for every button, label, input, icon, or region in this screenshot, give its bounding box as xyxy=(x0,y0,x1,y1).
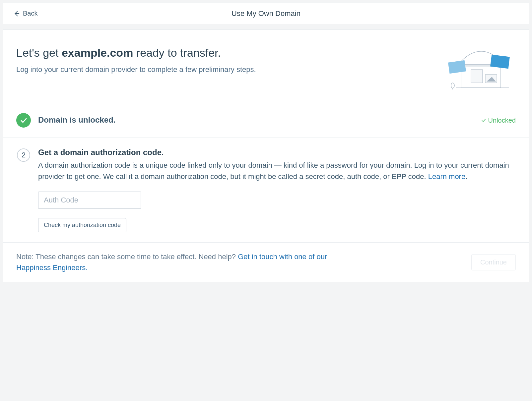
intro-text: Let's get example.com ready to transfer.… xyxy=(16,46,256,74)
step2-desc-after: . xyxy=(465,172,467,181)
unlocked-badge: Unlocked xyxy=(481,117,516,124)
checkmark-circle-icon xyxy=(16,113,31,128)
checkmark-icon xyxy=(481,118,486,123)
page-title: Use My Own Domain xyxy=(3,9,529,18)
svg-rect-9 xyxy=(448,60,466,74)
intro-heading-pre: Let's get xyxy=(16,46,62,59)
footer: Note: These changes can take some time t… xyxy=(3,242,529,282)
continue-button[interactable]: Continue xyxy=(471,254,516,270)
intro-section: Let's get example.com ready to transfer.… xyxy=(3,30,529,103)
intro-heading-post: ready to transfer. xyxy=(133,46,221,59)
step2-description: A domain authorization code is a unique … xyxy=(38,160,516,182)
step-unlock-domain: Domain is unlocked. Unlocked xyxy=(3,103,529,138)
unlocked-badge-label: Unlocked xyxy=(488,117,516,124)
back-button[interactable]: Back xyxy=(13,10,37,17)
intro-subtext: Log into your current domain provider to… xyxy=(16,65,256,74)
auth-code-input[interactable] xyxy=(38,192,141,209)
intro-domain: example.com xyxy=(62,46,133,59)
footer-note: Note: These changes can take some time t… xyxy=(16,251,345,273)
svg-rect-10 xyxy=(490,55,510,69)
intro-heading: Let's get example.com ready to transfer. xyxy=(16,46,256,59)
main-panel: Let's get example.com ready to transfer.… xyxy=(3,29,529,282)
footer-note-text: Note: These changes can take some time t… xyxy=(16,253,238,261)
arrow-left-icon xyxy=(13,10,20,17)
mailbox-illustration xyxy=(443,46,516,89)
step-number-badge: 2 xyxy=(17,148,30,162)
back-label: Back xyxy=(23,10,37,17)
check-auth-code-button[interactable]: Check my authorization code xyxy=(38,218,126,232)
learn-more-link[interactable]: Learn more xyxy=(428,172,466,181)
step2-number-wrap: 2 xyxy=(16,148,31,162)
step2-title: Get a domain authorization code. xyxy=(38,148,516,157)
svg-rect-5 xyxy=(471,70,483,83)
page-header: Back Use My Own Domain xyxy=(3,3,529,24)
step1-status-icon xyxy=(16,113,31,128)
step-auth-code: 2 Get a domain authorization code. A dom… xyxy=(3,138,529,242)
svg-point-2 xyxy=(451,83,454,88)
step1-title: Domain is unlocked. xyxy=(38,115,474,125)
